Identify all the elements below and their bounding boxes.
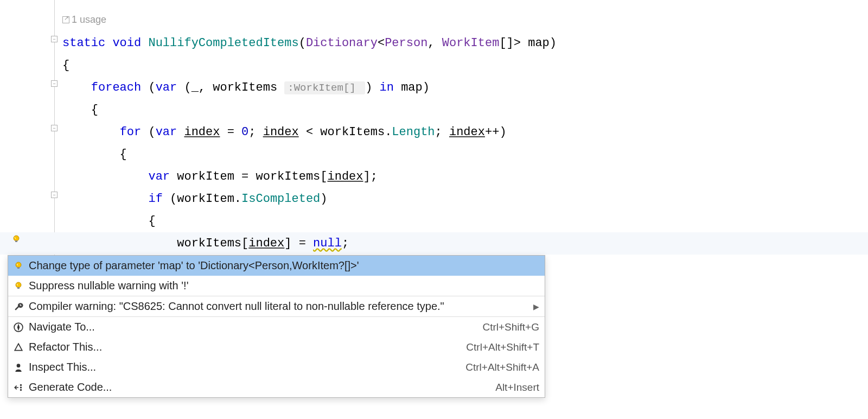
code-token: var: [156, 81, 184, 94]
svg-point-0: [14, 236, 19, 241]
code-line[interactable]: for (var index = 0; index < workItems.Le…: [62, 121, 557, 143]
quickfix-popup: Change type of parameter 'map' to 'Dicti…: [8, 255, 545, 398]
code-token: ;: [342, 237, 349, 250]
fold-marker-icon[interactable]: −: [51, 36, 58, 42]
quickfix-item-label: Generate Code...: [29, 381, 490, 393]
code-line[interactable]: if (workItem.IsCompleted): [62, 188, 557, 210]
code-token: ++): [485, 125, 507, 139]
code-token: null: [313, 237, 342, 250]
code-token: (: [299, 36, 306, 50]
shortcut-label: Ctrl+Shift+G: [482, 321, 539, 333]
quickfix-item[interactable]: Compiler warning: "CS8625: Cannot conver…: [8, 296, 545, 316]
code-line[interactable]: {: [62, 143, 557, 166]
triangle-icon: [14, 342, 23, 352]
code-token: var: [148, 170, 177, 183]
code-token: 0: [241, 125, 248, 139]
code-token: =: [220, 125, 241, 139]
code-token: IsCompleted: [241, 192, 320, 206]
shortcut-label: Ctrl+Alt+Shift+T: [466, 341, 539, 353]
code-line[interactable]: {: [62, 210, 557, 232]
code-token: [62, 125, 120, 139]
fold-marker-icon[interactable]: −: [51, 125, 58, 131]
quickfix-bulb-gutter[interactable]: [12, 235, 22, 245]
code-token: {: [62, 103, 98, 117]
code-token: Person: [385, 36, 427, 50]
code-token: index: [248, 237, 284, 250]
quickfix-item[interactable]: Suppress nullable warning with '!': [8, 276, 545, 296]
code-token: workItem = workItems[: [177, 170, 327, 183]
code-line[interactable]: static void NullifyCompletedItems(Dictio…: [62, 32, 557, 54]
bulb-icon: [14, 281, 23, 291]
quickfix-item-label: Inspect This...: [29, 361, 460, 373]
quickfix-item[interactable]: Change type of parameter 'map' to 'Dicti…: [8, 256, 545, 276]
shortcut-label: Alt+Insert: [495, 382, 539, 393]
quickfix-item[interactable]: Generate Code...Alt+Insert: [8, 377, 545, 397]
usage-arrow-icon: [62, 16, 69, 23]
code-token: <: [378, 36, 385, 50]
submenu-arrow-icon: ▶: [533, 302, 539, 311]
code-editor-area[interactable]: static void NullifyCompletedItems(Dictio…: [62, 32, 557, 255]
code-token: index: [449, 125, 485, 139]
code-token: index: [263, 125, 299, 139]
code-token: (_, workItems: [184, 81, 284, 94]
fold-marker-icon[interactable]: −: [51, 80, 58, 87]
code-line[interactable]: workItems[index] = null;: [62, 232, 557, 255]
code-line[interactable]: foreach (var (_, workItems :WorkItem[] )…: [62, 77, 557, 99]
code-token: []> map): [499, 36, 557, 50]
code-token: map): [401, 81, 430, 94]
quickfix-item[interactable]: Refactor This...Ctrl+Alt+Shift+T: [8, 337, 545, 357]
code-token: [62, 81, 91, 94]
code-token: ,: [427, 36, 442, 50]
code-token: :WorkItem[]: [284, 81, 365, 94]
code-token: (: [148, 125, 155, 139]
code-token: ): [365, 81, 379, 94]
code-token: ];: [363, 170, 378, 183]
svg-rect-1: [15, 240, 17, 242]
code-token: var: [156, 125, 184, 139]
quickfix-item[interactable]: Inspect This...Ctrl+Alt+Shift+A: [8, 357, 545, 377]
code-token: (: [148, 81, 155, 94]
code-token: index: [184, 125, 220, 139]
code-token: for: [120, 125, 149, 139]
person-icon: [14, 363, 23, 372]
code-line[interactable]: var workItem = workItems[index];: [62, 166, 557, 188]
bulb-icon: [14, 261, 23, 271]
code-token: {: [62, 214, 156, 228]
code-token: ): [320, 192, 327, 206]
code-token: {: [62, 59, 69, 72]
quickfix-item-label: Compiler warning: "CS8625: Cannot conver…: [29, 300, 524, 313]
code-token: [62, 170, 148, 183]
quickfix-item-label: Navigate To...: [29, 321, 477, 333]
code-token: in: [380, 81, 401, 94]
editor-container: − − − − 1 usage static void NullifyCompl…: [0, 0, 868, 419]
quickfix-item-label: Refactor This...: [29, 341, 461, 353]
code-token: index: [328, 170, 363, 183]
code-line[interactable]: {: [62, 54, 557, 77]
wrench-icon: [14, 302, 23, 312]
code-token: workItems[: [62, 237, 248, 250]
code-line[interactable]: {: [62, 99, 557, 121]
quickfix-item-label: Change type of parameter 'map' to 'Dicti…: [29, 259, 539, 272]
code-token: ;: [248, 125, 263, 139]
quickfix-item[interactable]: Navigate To...Ctrl+Shift+G: [8, 316, 545, 337]
usage-hint[interactable]: 1 usage: [62, 14, 106, 26]
code-token: < workItems.: [299, 125, 392, 139]
shortcut-label: Ctrl+Alt+Shift+A: [465, 361, 539, 373]
code-token: Length: [392, 125, 435, 139]
code-token: static: [62, 36, 112, 50]
code-token: foreach: [91, 81, 149, 94]
lightbulb-icon: [12, 235, 21, 244]
quickfix-item-label: Suppress nullable warning with '!': [29, 280, 539, 292]
code-token: [62, 192, 148, 206]
code-token: ] =: [284, 237, 313, 250]
code-token: void: [112, 36, 148, 50]
code-token: Dictionary: [306, 36, 378, 50]
compass-icon: [14, 322, 23, 332]
code-token: {: [62, 148, 127, 161]
code-token: (workItem.: [170, 192, 241, 206]
code-token: if: [148, 192, 170, 206]
code-token: NullifyCompletedItems: [148, 36, 298, 50]
usage-hint-text: 1 usage: [72, 14, 106, 26]
code-token: WorkItem: [442, 36, 500, 50]
fold-marker-icon[interactable]: −: [51, 192, 58, 198]
